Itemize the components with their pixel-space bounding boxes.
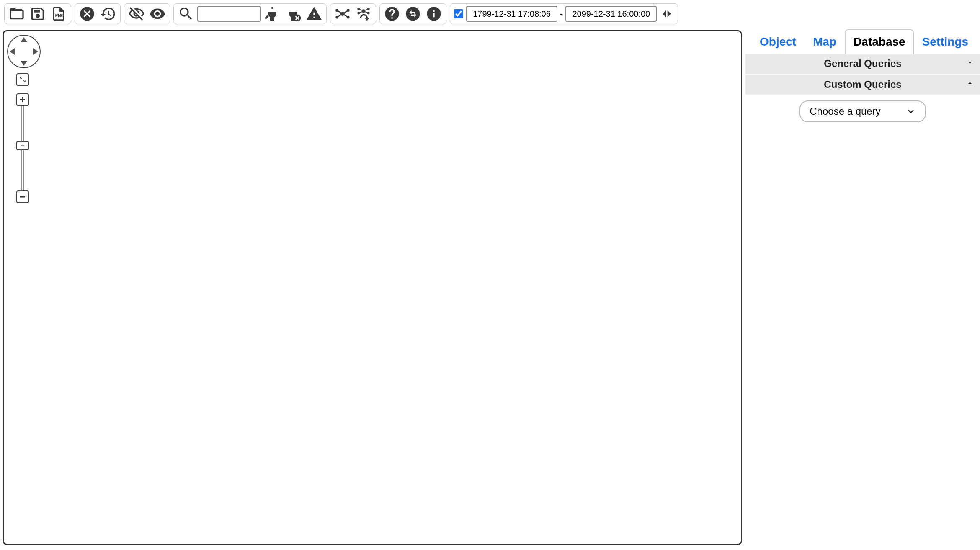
general-queries-header[interactable]: General Queries xyxy=(745,54,980,74)
main-area: + − − Object Map Database Settings Gener… xyxy=(0,28,980,550)
export-png-button[interactable]: PNG xyxy=(49,4,68,23)
canvas-wrap: + − − xyxy=(0,28,745,550)
clear-button[interactable] xyxy=(77,4,97,23)
fit-to-screen-button[interactable] xyxy=(16,73,29,86)
date-range-group: - xyxy=(450,3,678,24)
date-start-input[interactable] xyxy=(466,6,557,22)
history-group xyxy=(75,3,121,24)
database-panel: General Queries Custom Queries Choose a … xyxy=(745,54,980,127)
date-enable-checkbox-wrap xyxy=(453,8,464,20)
query-select-dropdown[interactable]: Choose a query xyxy=(799,100,926,122)
date-end-input[interactable] xyxy=(565,6,657,22)
hide-button[interactable] xyxy=(127,4,146,23)
query-select-label: Choose a query xyxy=(810,105,880,117)
date-range-separator: - xyxy=(559,8,564,19)
folder-open-icon xyxy=(8,5,25,22)
graph-canvas[interactable]: + − − xyxy=(3,30,742,545)
pan-up-button[interactable] xyxy=(21,37,27,42)
highlight-button[interactable] xyxy=(263,4,282,23)
eye-slash-icon xyxy=(128,5,145,22)
erase-highlight-button[interactable] xyxy=(284,4,303,23)
tab-object[interactable]: Object xyxy=(751,29,805,54)
main-toolbar: PNG xyxy=(0,0,980,28)
info-button[interactable] xyxy=(424,4,444,23)
chevron-down-icon xyxy=(906,106,916,116)
graph-group xyxy=(330,3,376,24)
graph-expand-icon xyxy=(334,5,351,22)
zoom-out-button[interactable]: − xyxy=(16,190,29,203)
pan-control xyxy=(7,35,41,68)
save-icon xyxy=(29,5,46,22)
custom-queries-label: Custom Queries xyxy=(824,79,901,90)
info-circle-icon xyxy=(426,5,442,22)
swap-circle-icon xyxy=(405,5,421,22)
highlighter-icon xyxy=(264,5,281,22)
custom-queries-body: Choose a query xyxy=(745,95,980,127)
chevron-up-icon xyxy=(965,78,975,91)
pan-down-button[interactable] xyxy=(21,61,27,66)
zoom-slider-handle[interactable]: − xyxy=(16,141,29,150)
help-group xyxy=(379,3,446,24)
warning-icon xyxy=(306,5,322,22)
highlighter-remove-icon xyxy=(285,5,302,22)
zoom-in-button[interactable]: + xyxy=(16,93,29,106)
save-button[interactable] xyxy=(28,4,47,23)
expand-graph-button[interactable] xyxy=(333,4,352,23)
general-queries-label: General Queries xyxy=(824,58,901,69)
graph-refresh-icon xyxy=(355,5,372,22)
history-icon xyxy=(100,5,116,22)
warning-button[interactable] xyxy=(304,4,324,23)
open-button[interactable] xyxy=(7,4,26,23)
date-enable-checkbox[interactable] xyxy=(454,9,463,18)
search-icon xyxy=(178,5,194,22)
pan-left-button[interactable] xyxy=(10,48,15,55)
file-group: PNG xyxy=(4,3,71,24)
tab-map[interactable]: Map xyxy=(805,29,845,54)
chevrons-horizontal-icon xyxy=(658,5,675,22)
png-file-icon: PNG xyxy=(50,5,67,22)
search-input[interactable] xyxy=(197,6,261,22)
refresh-graph-button[interactable] xyxy=(354,4,373,23)
help-circle-icon xyxy=(384,5,400,22)
sidebar-tabs: Object Map Database Settings xyxy=(745,29,980,54)
chevron-down-icon xyxy=(965,57,975,70)
pan-right-button[interactable] xyxy=(33,48,38,55)
tab-settings[interactable]: Settings xyxy=(914,29,977,54)
expand-arrows-icon xyxy=(19,76,26,83)
visibility-group xyxy=(124,3,170,24)
history-button[interactable] xyxy=(98,4,118,23)
search-button[interactable] xyxy=(176,4,196,23)
help-button[interactable] xyxy=(382,4,402,23)
search-group xyxy=(173,3,327,24)
date-range-nav-button[interactable] xyxy=(658,4,675,23)
close-circle-icon xyxy=(79,5,95,22)
swap-button[interactable] xyxy=(403,4,423,23)
tab-database[interactable]: Database xyxy=(845,29,914,54)
eye-icon xyxy=(149,5,166,22)
right-sidebar: Object Map Database Settings General Que… xyxy=(745,28,980,550)
svg-text:PNG: PNG xyxy=(55,13,64,18)
custom-queries-header[interactable]: Custom Queries xyxy=(745,75,980,95)
show-button[interactable] xyxy=(148,4,167,23)
